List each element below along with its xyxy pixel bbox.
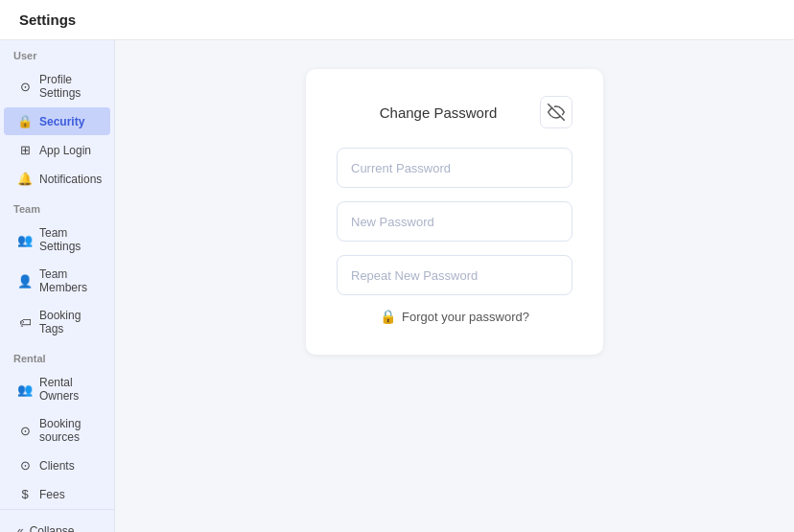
sidebar-item-booking-tags[interactable]: 🏷 Booking Tags: [4, 302, 110, 342]
sidebar: User ⊙ Profile Settings 🔒 Security ⊞ App…: [0, 40, 115, 532]
clients-icon: ⊙: [17, 458, 33, 473]
sidebar-item-label: Rental Owners: [39, 376, 97, 403]
card-header: Change Password: [337, 96, 572, 128]
rental-owners-icon: 👥: [17, 382, 33, 397]
sidebar-section-team-label: Team: [0, 194, 114, 219]
sidebar-item-label: Team Members: [39, 267, 97, 294]
sidebar-section-user: User ⊙ Profile Settings 🔒 Security ⊞ App…: [0, 40, 114, 194]
sidebar-item-booking-sources[interactable]: ⊙ Booking sources: [4, 410, 110, 451]
sidebar-section-team: Team 👥 Team Settings 👤 Team Members 🏷 Bo…: [0, 194, 114, 343]
booking-tags-icon: 🏷: [17, 315, 33, 330]
sidebar-item-label: Security: [39, 115, 84, 128]
sidebar-item-app-login[interactable]: ⊞ App Login: [4, 136, 110, 164]
lock-small-icon: 🔒: [380, 309, 396, 324]
sidebar-item-notifications[interactable]: 🔔 Notifications: [4, 165, 110, 193]
sidebar-item-fees[interactable]: $ Fees: [4, 480, 110, 508]
new-password-group: [337, 201, 572, 242]
sidebar-section-rental: Rental 👥 Rental Owners ⊙ Booking sources…: [0, 343, 114, 509]
current-password-input[interactable]: [337, 148, 572, 188]
team-members-icon: 👤: [17, 274, 33, 289]
sidebar-item-label: Fees: [39, 488, 65, 501]
forgot-password-text: Forgot your password?: [402, 310, 529, 324]
page-title: Settings: [19, 12, 76, 28]
profile-icon: ⊙: [17, 80, 33, 94]
sidebar-item-clients[interactable]: ⊙ Clients: [4, 451, 110, 479]
sidebar-item-label: App Login: [39, 144, 91, 157]
toggle-password-visibility-button[interactable]: [540, 96, 572, 128]
sidebar-item-label: Notifications: [39, 173, 102, 186]
sidebar-item-team-settings[interactable]: 👥 Team Settings: [4, 220, 110, 260]
change-password-card: Change Password 🔒 F: [306, 69, 603, 355]
card-title: Change Password: [337, 104, 540, 121]
collapse-button[interactable]: « Collapse: [4, 518, 110, 532]
sidebar-section-rental-label: Rental: [0, 343, 114, 368]
chevron-left-icon: «: [17, 524, 24, 532]
sidebar-item-security[interactable]: 🔒 Security: [4, 107, 110, 135]
sidebar-item-team-members[interactable]: 👤 Team Members: [4, 261, 110, 301]
booking-sources-icon: ⊙: [17, 424, 33, 438]
bell-icon: 🔔: [17, 172, 33, 186]
fees-icon: $: [17, 487, 33, 501]
new-password-input[interactable]: [337, 201, 572, 242]
sidebar-item-label: Clients: [39, 459, 75, 473]
lock-icon: 🔒: [17, 114, 33, 128]
app-login-icon: ⊞: [17, 143, 33, 157]
sidebar-item-rental-owners[interactable]: 👥 Rental Owners: [4, 369, 110, 409]
repeat-new-password-input[interactable]: [337, 255, 572, 295]
sidebar-item-label: Team Settings: [39, 226, 97, 253]
sidebar-item-label: Booking sources: [39, 417, 97, 444]
sidebar-item-profile-settings[interactable]: ⊙ Profile Settings: [4, 66, 110, 106]
collapse-label: Collapse: [30, 524, 75, 532]
eye-off-icon: [548, 104, 565, 121]
current-password-group: [337, 148, 572, 188]
sidebar-item-label: Booking Tags: [39, 309, 97, 335]
forgot-password-link[interactable]: 🔒 Forgot your password?: [337, 309, 572, 324]
main-content: Change Password 🔒 F: [115, 40, 794, 532]
repeat-new-password-group: [337, 255, 572, 295]
team-settings-icon: 👥: [17, 233, 33, 247]
sidebar-item-label: Profile Settings: [39, 73, 97, 100]
sidebar-bottom: « Collapse: [0, 509, 114, 532]
sidebar-section-user-label: User: [0, 40, 114, 65]
